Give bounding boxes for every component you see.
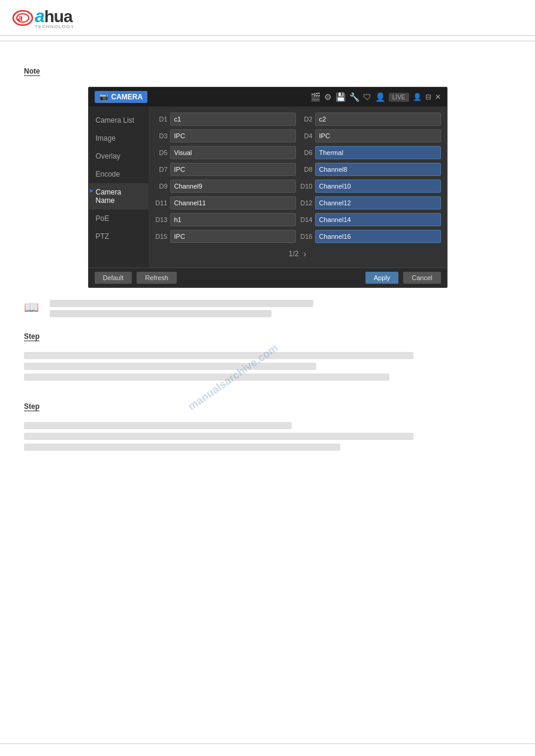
sidebar-item-image[interactable]: Image [89, 129, 149, 147]
config-icon[interactable]: 🔧 [349, 92, 359, 102]
step-label-2: Step [24, 402, 40, 411]
live-button[interactable]: LIVE [389, 93, 409, 102]
table-row: D11 [155, 196, 296, 210]
table-row: D12 [300, 196, 441, 210]
cam-sidebar: Camera List Image Overlay Encode Camera … [89, 107, 149, 268]
note-label-1: Note [24, 67, 40, 76]
sidebar-item-encode[interactable]: Encode [89, 165, 149, 183]
refresh-button[interactable]: Refresh [137, 272, 177, 284]
step-label-1: Step [24, 332, 40, 341]
note-text-block [50, 300, 313, 320]
text-content-1 [24, 352, 511, 381]
text-line-4 [24, 422, 292, 429]
text-line-2 [24, 363, 316, 370]
cam-main: D1 D2 D3 D4 [149, 107, 447, 268]
channel-input-d3[interactable] [170, 129, 296, 142]
camera-icon: 📷 [99, 93, 108, 101]
apply-button[interactable]: Apply [365, 272, 399, 284]
channel-input-d1[interactable] [170, 113, 296, 126]
bottom-divider [0, 743, 535, 744]
storage-icon[interactable]: 💾 [335, 92, 346, 102]
svg-point-0 [13, 11, 32, 25]
cam-body: Camera List Image Overlay Encode Camera … [89, 107, 447, 268]
note-bar-1 [50, 300, 313, 307]
pagination: 1/2 › [155, 243, 441, 262]
svg-text:a: a [18, 13, 23, 23]
cancel-button[interactable]: Cancel [403, 272, 440, 284]
channel-input-d16[interactable] [315, 230, 441, 243]
channel-input-d11[interactable] [170, 196, 296, 210]
text-line-5 [24, 433, 413, 440]
table-row: D9 [155, 180, 296, 193]
text-line-3 [24, 374, 389, 381]
sidebar-item-overlay[interactable]: Overlay [89, 147, 149, 165]
sidebar-item-camera-name[interactable]: Camera Name [89, 183, 149, 210]
channel-input-d8[interactable] [315, 163, 441, 176]
table-row: D10 [300, 180, 441, 193]
default-button[interactable]: Default [95, 272, 132, 284]
note-section: 📖 [24, 300, 511, 320]
minus-icon[interactable]: ⊟ [425, 93, 431, 101]
table-row: D15 [155, 230, 296, 243]
channel-input-d9[interactable] [170, 180, 296, 193]
channel-input-d6[interactable] [315, 146, 441, 159]
cam-title: 📷 CAMERA [95, 91, 148, 103]
table-row: D1 [155, 113, 296, 126]
cam-footer: Default Refresh Apply Cancel [89, 268, 447, 287]
footer-left-buttons: Default Refresh [95, 272, 177, 284]
table-row: D8 [300, 163, 441, 176]
close-icon[interactable]: ✕ [435, 93, 441, 101]
note-bar-2 [50, 310, 271, 317]
table-row: D13 [155, 213, 296, 226]
text-line-1 [24, 352, 413, 359]
channel-input-d5[interactable] [170, 146, 296, 159]
table-row: D6 [300, 146, 441, 159]
video-icon[interactable]: 🎬 [310, 92, 321, 102]
footer-right-buttons: Apply Cancel [365, 272, 441, 284]
sidebar-item-poe[interactable]: PoE [89, 210, 149, 227]
table-row: D4 [300, 129, 441, 142]
logo: a ahua TECHNOLOGY [12, 6, 74, 29]
settings-icon[interactable]: ⚙ [324, 92, 332, 102]
toolbar-icons: 🎬 ⚙ 💾 🔧 🛡 👤 LIVE 👤 ⊟ ✕ [310, 92, 441, 102]
page-next-button[interactable]: › [304, 249, 307, 259]
camera-window: 📷 CAMERA 🎬 ⚙ 💾 🔧 🛡 👤 LIVE 👤 ⊟ ✕ Camera [88, 87, 448, 288]
channel-input-d12[interactable] [315, 196, 441, 210]
table-row: D14 [300, 213, 441, 226]
shield-icon[interactable]: 🛡 [363, 92, 371, 102]
page-header: a ahua TECHNOLOGY [0, 0, 535, 36]
book-icon: 📖 [24, 300, 39, 314]
header-divider [0, 41, 535, 41]
sidebar-item-camera-list[interactable]: Camera List [89, 111, 149, 129]
sidebar-item-ptz[interactable]: PTZ [89, 227, 149, 245]
channel-input-d10[interactable] [315, 180, 441, 193]
user-sm-icon[interactable]: 👤 [413, 93, 422, 101]
text-line-6 [24, 444, 340, 451]
table-row: D5 [155, 146, 296, 159]
table-row: D3 [155, 129, 296, 142]
cam-toolbar: 📷 CAMERA 🎬 ⚙ 💾 🔧 🛡 👤 LIVE 👤 ⊟ ✕ [89, 87, 447, 107]
channel-input-d2[interactable] [315, 113, 441, 126]
channel-input-d14[interactable] [315, 213, 441, 226]
account-icon[interactable]: 👤 [375, 92, 385, 102]
channel-input-d7[interactable] [170, 163, 296, 176]
page-current: 1/2 [289, 250, 299, 258]
table-row: D2 [300, 113, 441, 126]
channel-input-d13[interactable] [170, 213, 296, 226]
logo-icon: a [12, 10, 34, 26]
table-row: D16 [300, 230, 441, 243]
page-content: Note 📷 CAMERA 🎬 ⚙ 💾 🔧 🛡 👤 LIVE 👤 ⊟ ✕ [0, 53, 535, 466]
channel-grid: D1 D2 D3 D4 [155, 113, 441, 243]
table-row: D7 [155, 163, 296, 176]
channel-input-d15[interactable] [170, 230, 296, 243]
text-content-2 [24, 422, 511, 451]
channel-input-d4[interactable] [315, 129, 441, 142]
